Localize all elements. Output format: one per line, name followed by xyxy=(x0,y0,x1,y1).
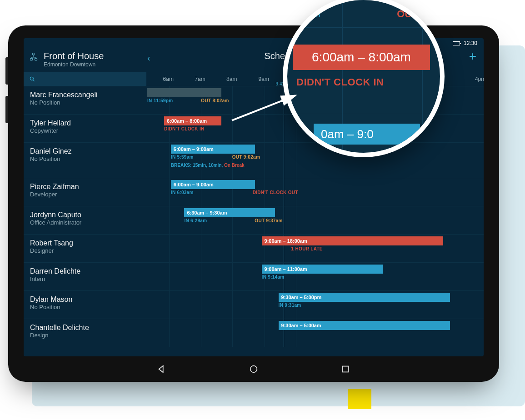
hour-label: 4pm xyxy=(475,76,484,82)
home-key[interactable] xyxy=(249,364,259,374)
svg-point-3 xyxy=(30,77,33,80)
callout-arrow xyxy=(227,91,309,127)
battery-icon xyxy=(453,41,460,45)
android-soft-keys xyxy=(24,356,484,382)
employee-row[interactable]: Dylan MasonNo Position xyxy=(24,290,147,319)
breaks-line: BREAKS: 15min, 10min, On Break xyxy=(171,163,245,168)
timeline-row[interactable]: 6:30am – 9:30amIN 6:29amOUT 9:37am xyxy=(147,206,484,234)
employee-row[interactable]: Robert TsangDesigner xyxy=(24,234,147,262)
department-selector[interactable]: Front of House Edmonton Downtown xyxy=(29,51,147,68)
timeline-row[interactable]: 9:00am – 11:00amIN 9:14am xyxy=(147,262,484,290)
employee-row[interactable]: Pierce ZaifmanDeveloper xyxy=(24,178,147,206)
shift-subline: 1 HOUR LATE xyxy=(262,246,323,251)
shift-bar[interactable]: 6:00am – 9:00am xyxy=(171,145,255,154)
shift-subline: DIDN'T CLOCK IN xyxy=(164,126,205,131)
employee-position: Copywriter xyxy=(30,127,142,134)
shift-bar[interactable]: 6:00am – 8:00am xyxy=(164,116,221,125)
employee-position: No Position xyxy=(30,304,142,310)
clock-time: 12:30 xyxy=(464,40,477,46)
shift-subline: IN 11:59pmOUT 8:02am xyxy=(147,98,229,103)
employee-position: Design xyxy=(30,332,142,339)
shift-bar[interactable] xyxy=(147,88,221,97)
shift-subline: IN 6:29amOUT 9:37am xyxy=(184,218,282,223)
hour-label: 8am xyxy=(226,76,237,82)
magnifier-callout: 9pm OUT 8 6:00am – 8:00am DIDN'T CLOCK I… xyxy=(283,0,445,157)
recent-key[interactable] xyxy=(340,364,350,374)
department-name: Front of House xyxy=(44,51,104,61)
employee-position: Designer xyxy=(30,247,142,254)
employee-row[interactable]: Jordynn CaputoOffice Administrator xyxy=(24,206,147,234)
employee-row[interactable]: Chantelle DelichteDesign xyxy=(24,319,147,347)
shift-subline: IN 9:14am xyxy=(262,275,285,280)
employee-name: Dylan Mason xyxy=(30,295,142,304)
add-button[interactable]: + xyxy=(463,51,478,62)
employee-row[interactable]: Darren DelichteIntern xyxy=(24,262,147,290)
mag-warning: DIDN'T CLOCK IN xyxy=(296,76,384,88)
hour-label: 7am xyxy=(195,76,205,82)
hour-label: 9am xyxy=(259,76,269,82)
search-input[interactable] xyxy=(24,72,146,86)
svg-rect-1 xyxy=(30,58,33,60)
shift-bar[interactable]: 9:00am – 11:00am xyxy=(262,265,383,274)
employee-row[interactable]: Marc FrancescangeliNo Position xyxy=(24,86,147,114)
shift-subline: IN 5:59amOUT 9:02am xyxy=(171,155,260,160)
mag-top-right: OUT 8 xyxy=(397,8,426,20)
timeline-row[interactable]: 9:00am – 18:00am1 HOUR LATE xyxy=(147,234,484,262)
employee-row[interactable]: Tyler HellardCopywriter xyxy=(24,114,147,142)
svg-rect-5 xyxy=(343,366,349,372)
employee-position: Intern xyxy=(30,275,142,282)
employee-position: No Position xyxy=(30,155,142,162)
timeline-row[interactable]: 9:30am – 5:00am xyxy=(147,319,484,347)
employee-position: Office Administrator xyxy=(30,219,142,226)
mag-shift-bar: 6:00am – 8:00am xyxy=(293,45,430,70)
employee-position: Developer xyxy=(30,191,142,198)
shift-bar[interactable]: 6:30am – 9:30am xyxy=(184,208,275,217)
search-icon xyxy=(29,76,35,82)
employee-name: Darren Delichte xyxy=(30,267,142,275)
employee-name-column: Marc FrancescangeliNo PositionTyler Hell… xyxy=(24,86,147,347)
employee-name: Daniel Ginez xyxy=(30,147,142,155)
employee-row[interactable]: Daniel GinezNo Position xyxy=(24,142,147,178)
employee-name: Pierce Zaifman xyxy=(30,183,142,191)
timeline-row[interactable]: 6:00am – 9:00amIN 5:59amOUT 9:02amBREAKS… xyxy=(147,142,484,178)
svg-point-4 xyxy=(250,366,257,373)
svg-line-6 xyxy=(232,95,295,120)
employee-name: Marc Francescangeli xyxy=(30,91,142,99)
svg-rect-0 xyxy=(33,53,35,55)
timeline-row[interactable]: 6:00am – 9:00amIN 6:03amDIDN'T CLOCK OUT xyxy=(147,178,484,206)
yellow-block xyxy=(348,389,371,409)
employee-position: No Position xyxy=(30,99,142,106)
employee-name: Robert Tsang xyxy=(30,239,142,247)
employee-name: Chantelle Delichte xyxy=(30,324,142,332)
shift-bar[interactable]: 6:00am – 9:00am xyxy=(171,180,255,189)
back-key[interactable] xyxy=(157,364,167,374)
shift-subline: IN 6:03amDIDN'T CLOCK OUT xyxy=(171,190,298,195)
org-tree-icon xyxy=(29,52,38,61)
shift-bar[interactable]: 9:00am – 18:00am xyxy=(262,236,444,245)
mag-shift-bar-2: 0am – 9:0 xyxy=(314,124,420,145)
mag-top-left: 9pm xyxy=(301,8,320,20)
department-location: Edmonton Downtown xyxy=(44,61,104,68)
employee-name: Tyler Hellard xyxy=(30,119,142,127)
timeline-row[interactable]: 9:30am – 5:00pmIN 9:31am xyxy=(147,290,484,319)
shift-subline: IN 9:31am xyxy=(279,303,301,308)
back-button[interactable]: ‹ xyxy=(147,53,150,63)
shift-bar[interactable]: 9:30am – 5:00am xyxy=(279,321,450,330)
svg-rect-2 xyxy=(35,58,37,60)
shift-bar[interactable]: 9:30am – 5:00pm xyxy=(279,293,450,302)
employee-name: Jordynn Caputo xyxy=(30,211,142,219)
hour-label: 6am xyxy=(163,76,174,82)
